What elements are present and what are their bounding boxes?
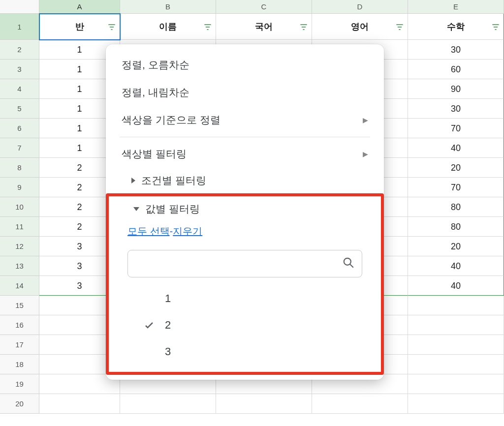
cell-C1[interactable]: 국어: [216, 14, 312, 40]
row-header[interactable]: 18: [0, 355, 39, 374]
row-header[interactable]: 5: [0, 99, 39, 119]
search-icon: [342, 256, 355, 271]
row-header[interactable]: 2: [0, 40, 39, 60]
header-label-E: 수학: [447, 22, 465, 31]
cell-E1[interactable]: 수학: [408, 14, 504, 40]
filter-icon[interactable]: [491, 22, 500, 31]
row-header[interactable]: 11: [0, 217, 39, 237]
row-header[interactable]: 14: [0, 276, 39, 296]
row-header[interactable]: 16: [0, 315, 39, 335]
filter-value-option[interactable]: 1: [127, 285, 362, 312]
row-header[interactable]: 20: [0, 394, 39, 414]
cell[interactable]: [408, 374, 504, 394]
cell[interactable]: 20: [408, 237, 504, 256]
sort-by-color-label: 색상을 기준으로 정렬: [122, 113, 220, 127]
filter-search-box[interactable]: [127, 250, 362, 277]
cell[interactable]: 40: [408, 276, 504, 296]
divider: [120, 137, 370, 137]
cell[interactable]: 70: [408, 119, 504, 138]
cell[interactable]: [408, 335, 504, 355]
sort-ascending[interactable]: 정렬, 오름차순: [106, 51, 384, 79]
cell[interactable]: [120, 394, 216, 414]
col-header-C[interactable]: C: [216, 0, 312, 14]
col-header-A[interactable]: A: [39, 0, 120, 14]
filter-value-label: 2: [165, 319, 171, 332]
sort-by-color[interactable]: 색상을 기준으로 정렬 ▶: [106, 106, 384, 134]
row-header[interactable]: 4: [0, 79, 39, 99]
cell-B1[interactable]: 이름: [120, 14, 216, 40]
cell[interactable]: 20: [408, 158, 504, 178]
header-label-D: 영어: [351, 22, 369, 31]
header-label-C: 국어: [255, 22, 273, 31]
filter-value-label: 3: [165, 345, 171, 358]
table-row: 1 반 이름 국어 영어: [0, 14, 504, 40]
filter-search-input[interactable]: [135, 259, 342, 269]
filter-icon[interactable]: [203, 22, 212, 31]
cell[interactable]: 30: [408, 40, 504, 60]
row-header[interactable]: 13: [0, 256, 39, 276]
select-all-link[interactable]: 모두 선택: [127, 226, 170, 237]
clear-link[interactable]: 지우기: [173, 226, 202, 237]
column-header-row: A B C D E: [0, 0, 504, 14]
filter-by-condition-label: 조건별 필터링: [141, 174, 206, 187]
row-header[interactable]: 12: [0, 237, 39, 256]
filter-dropdown: 정렬, 오름차순 정렬, 내림차순 색상을 기준으로 정렬 ▶ 색상별 필터링 …: [106, 44, 384, 380]
highlight-annotation: 값별 필터링 모두 선택-지우기 1: [106, 193, 384, 375]
select-clear-links: 모두 선택-지우기: [109, 222, 381, 245]
filter-icon[interactable]: [395, 22, 404, 31]
cell[interactable]: 40: [408, 256, 504, 276]
row-header[interactable]: 6: [0, 119, 39, 138]
row-header[interactable]: 10: [0, 197, 39, 217]
cell[interactable]: 90: [408, 79, 504, 99]
row-header[interactable]: 3: [0, 60, 39, 79]
row-header[interactable]: 15: [0, 296, 39, 315]
cell[interactable]: 40: [408, 138, 504, 158]
cell[interactable]: [408, 296, 504, 315]
filter-icon[interactable]: [299, 22, 308, 31]
cell[interactable]: [408, 315, 504, 335]
triangle-right-icon: [131, 178, 135, 183]
filter-by-color-label: 색상별 필터링: [122, 147, 187, 161]
cell[interactable]: [312, 394, 408, 414]
row-header-1[interactable]: 1: [0, 14, 39, 40]
header-label-A: 반: [75, 22, 84, 31]
filter-value-option[interactable]: 3: [127, 338, 362, 365]
svg-point-0: [344, 258, 351, 265]
row-header[interactable]: 7: [0, 138, 39, 158]
cell[interactable]: [39, 394, 120, 414]
cell-D1[interactable]: 영어: [312, 14, 408, 40]
sort-descending-label: 정렬, 내림차순: [122, 86, 189, 99]
spreadsheet: A B C D E 1 반 이름 국어: [0, 0, 504, 426]
chevron-right-icon: ▶: [363, 150, 368, 158]
cell[interactable]: 80: [408, 217, 504, 237]
filter-icon[interactable]: [107, 22, 116, 31]
row-header[interactable]: 19: [0, 374, 39, 394]
row-header[interactable]: 17: [0, 335, 39, 355]
cell[interactable]: [408, 394, 504, 414]
header-label-B: 이름: [159, 22, 177, 31]
col-header-E[interactable]: E: [408, 0, 504, 14]
filter-by-condition[interactable]: 조건별 필터링: [106, 168, 384, 193]
corner-cell[interactable]: [0, 0, 39, 14]
row-header[interactable]: 9: [0, 178, 39, 197]
filter-by-color[interactable]: 색상별 필터링 ▶: [106, 140, 384, 168]
sort-ascending-label: 정렬, 오름차순: [122, 58, 189, 72]
table-row: 20: [0, 394, 504, 414]
col-header-B[interactable]: B: [120, 0, 216, 14]
cell[interactable]: 70: [408, 178, 504, 197]
cell[interactable]: [408, 355, 504, 374]
cell[interactable]: 30: [408, 99, 504, 119]
check-icon: [142, 319, 156, 331]
col-header-D[interactable]: D: [312, 0, 408, 14]
triangle-down-icon: [133, 207, 139, 211]
row-header[interactable]: 8: [0, 158, 39, 178]
filter-value-option[interactable]: 2: [127, 312, 362, 338]
cell-A1[interactable]: 반: [39, 14, 120, 40]
cell[interactable]: [216, 394, 312, 414]
chevron-right-icon: ▶: [363, 116, 368, 124]
filter-by-values-label: 값별 필터링: [145, 202, 200, 216]
filter-by-values[interactable]: 값별 필터링: [109, 196, 381, 222]
sort-descending[interactable]: 정렬, 내림차순: [106, 79, 384, 106]
cell[interactable]: 60: [408, 60, 504, 79]
cell[interactable]: 80: [408, 197, 504, 217]
